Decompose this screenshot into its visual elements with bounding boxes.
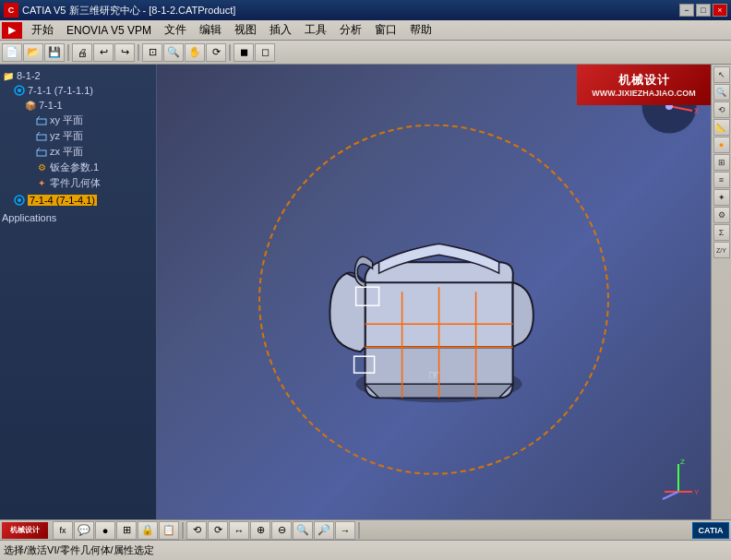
rtb-measure[interactable]: 📐 — [713, 119, 730, 136]
catia-logo: CATIA — [692, 522, 729, 539]
svg-line-31 — [663, 492, 678, 499]
rtb-chart[interactable]: ≡ — [713, 172, 730, 188]
minimize-button[interactable]: − — [679, 4, 694, 17]
tree-label-sheet: 钣金参数.1 — [50, 161, 99, 174]
coord-axes: Z Y — [655, 455, 701, 501]
model-3d: ☞ — [310, 199, 569, 421]
svg-text:Z: Z — [680, 458, 685, 466]
btb-zoom-plus[interactable]: 🔎 — [314, 521, 334, 540]
menu-help[interactable]: 帮助 — [404, 22, 437, 39]
btb-dot[interactable]: ● — [95, 521, 115, 540]
tb-save[interactable]: 💾 — [44, 43, 65, 62]
btb-chat[interactable]: 💬 — [74, 521, 94, 540]
menu-file[interactable]: 文件 — [159, 22, 192, 39]
btb-zoom-out[interactable]: ⊖ — [271, 521, 292, 540]
menu-logo: ▶ — [2, 22, 22, 39]
tree-label-711b: 7-1-1 — [39, 100, 63, 111]
btb-undo[interactable]: ⟲ — [186, 521, 207, 540]
btb-move[interactable]: ↔ — [229, 521, 249, 540]
svg-point-9 — [18, 198, 21, 202]
tree-label-root: 8-1-2 — [17, 70, 41, 81]
logo-line1: 机械设计 — [618, 72, 670, 89]
main-toolbar: 📄 📂 💾 🖨 ↩ ↪ ⊡ 🔍 ✋ ⟳ ◼ ◻ — [0, 41, 731, 65]
btb-sep1 — [182, 522, 184, 539]
svg-point-1 — [18, 89, 21, 92]
btb-redo[interactable]: ⟳ — [208, 521, 228, 540]
tb-sep2 — [138, 44, 139, 61]
tree-content: 📁 8-1-2 7-1-1 (7-1-1.1) 📦 7-1-1 — [0, 65, 156, 228]
menu-tools[interactable]: 工具 — [299, 22, 332, 39]
menu-enovia[interactable]: ENOVIA V5 VPM — [61, 22, 157, 39]
rtb-select[interactable]: ↖ — [713, 66, 730, 83]
tree-panel: 📁 8-1-2 7-1-1 (7-1-1.1) 📦 7-1-1 — [0, 65, 157, 519]
btb-fx[interactable]: fx — [53, 521, 73, 540]
svg-text:☞: ☞ — [428, 367, 440, 382]
tree-item-711[interactable]: 7-1-1 (7-1-1.1) — [2, 83, 154, 98]
viewport[interactable]: ☞ y x — [157, 65, 711, 519]
tree-label-applications: Applications — [2, 212, 56, 223]
menu-window[interactable]: 窗口 — [369, 22, 402, 39]
tree-icon-711b: 📦 — [24, 99, 37, 112]
tb-rotate[interactable]: ⟳ — [206, 43, 226, 62]
menu-view[interactable]: 视图 — [229, 22, 262, 39]
tb-new[interactable]: 📄 — [2, 43, 22, 62]
tree-icon-zx — [35, 146, 48, 159]
btb-grid[interactable]: ⊞ — [116, 521, 137, 540]
rtb-grid[interactable]: ⊞ — [713, 154, 730, 171]
tree-item-yz[interactable]: yz 平面 — [2, 128, 154, 144]
maximize-button[interactable]: □ — [696, 4, 711, 17]
btb-lock[interactable]: 🔒 — [138, 521, 158, 540]
btb-zoom-fit[interactable]: 🔍 — [293, 521, 313, 540]
rtb-star[interactable]: ✦ — [713, 189, 730, 206]
tb-redo[interactable]: ↪ — [114, 43, 135, 62]
tree-item-body[interactable]: ✦ 零件几何体 — [2, 175, 154, 191]
bottom-toolbar: 机械设计 fx 💬 ● ⊞ 🔒 📋 ⟲ ⟳ ↔ ⊕ ⊖ 🔍 🔎 → CATIA — [0, 519, 731, 540]
bottom-logo: 机械设计 — [2, 522, 48, 539]
rtb-rotate[interactable]: ⟲ — [713, 101, 730, 118]
rtb-sigma[interactable]: Σ — [713, 224, 730, 241]
tree-icon-body: ✦ — [35, 177, 48, 190]
btb-list[interactable]: 📋 — [159, 521, 179, 540]
tree-item-714[interactable]: 7-1-4 (7-1-4.1) — [2, 193, 154, 208]
tree-item-xy[interactable]: xy 平面 — [2, 113, 154, 128]
tree-icon-sheet: ⚙ — [35, 161, 48, 174]
btb-zoom-in[interactable]: ⊕ — [250, 521, 270, 540]
tb-wireframe[interactable]: ◻ — [255, 43, 275, 62]
svg-text:x: x — [694, 105, 699, 115]
close-button[interactable]: × — [713, 4, 727, 17]
tree-item-zx[interactable]: zx 平面 — [2, 144, 154, 160]
tb-undo[interactable]: ↩ — [93, 43, 114, 62]
menu-edit[interactable]: 编辑 — [194, 22, 227, 39]
app-icon: C — [4, 3, 18, 18]
tb-print[interactable]: 🖨 — [72, 43, 92, 62]
right-toolbar: ↖ 🔍 ⟲ 📐 ● ⊞ ≡ ✦ ⚙ Σ Z/Y — [711, 65, 731, 519]
title-bar: C CATIA V5 新三维研究中心 - [8-1-2.CATProduct] … — [0, 0, 731, 20]
rtb-axes[interactable]: Z/Y — [713, 242, 730, 258]
tree-item-applications[interactable]: Applications — [2, 211, 154, 224]
menu-bar: ▶ 开始 ENOVIA V5 VPM 文件 编辑 视图 插入 工具 分析 窗口 … — [0, 20, 731, 41]
svg-rect-4 — [37, 135, 46, 140]
rtb-color[interactable]: ● — [713, 137, 730, 153]
menu-insert[interactable]: 插入 — [264, 22, 297, 39]
brand-logo: 机械设计 WWW.JIXIEZHAJIAO.COM — [577, 65, 711, 105]
tree-icon-714 — [13, 194, 26, 207]
tb-pan[interactable]: ✋ — [185, 43, 205, 62]
tree-item-sheet[interactable]: ⚙ 钣金参数.1 — [2, 160, 154, 175]
tree-label-zx: zx 平面 — [50, 145, 83, 159]
logo-line2: WWW.JIXIEZHAJIAO.COM — [592, 89, 696, 98]
tb-open[interactable]: 📂 — [23, 43, 43, 62]
rtb-zoom[interactable]: 🔍 — [713, 84, 730, 101]
menu-analysis[interactable]: 分析 — [334, 22, 367, 39]
tree-item-root[interactable]: 📁 8-1-2 — [2, 68, 154, 83]
tb-shading[interactable]: ◼ — [234, 43, 254, 62]
tree-item-711b[interactable]: 📦 7-1-1 — [2, 98, 154, 113]
btb-arrow[interactable]: → — [335, 521, 355, 540]
menu-start[interactable]: 开始 — [26, 22, 59, 39]
tb-sep3 — [229, 44, 231, 61]
tree-icon-xy — [35, 114, 48, 127]
tb-zoom[interactable]: 🔍 — [163, 43, 184, 62]
tb-fit[interactable]: ⊡ — [142, 43, 162, 62]
tree-icon-711 — [13, 84, 26, 97]
rtb-gear[interactable]: ⚙ — [713, 207, 730, 223]
tree-icon-yz — [35, 130, 48, 143]
